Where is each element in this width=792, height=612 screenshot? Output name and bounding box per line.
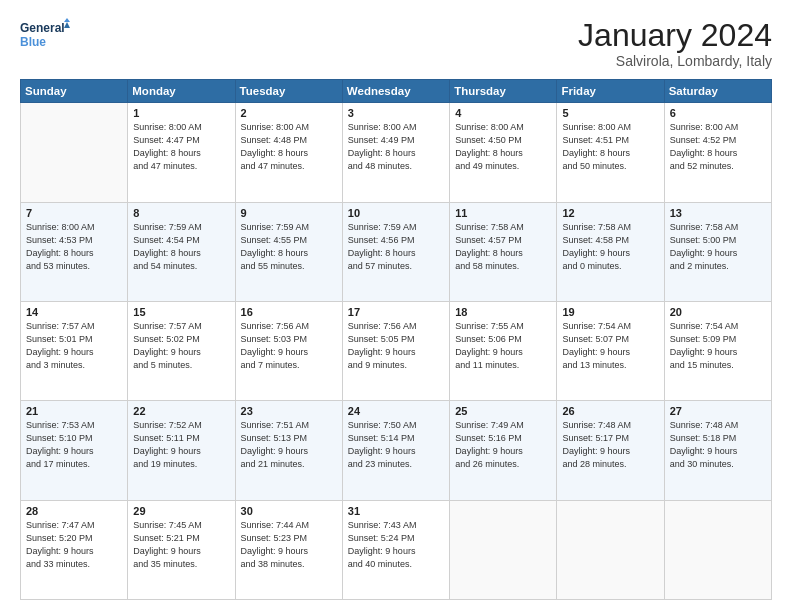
day-info: Sunrise: 7:54 AM Sunset: 5:09 PM Dayligh… (670, 320, 766, 372)
table-row: 4Sunrise: 8:00 AM Sunset: 4:50 PM Daylig… (450, 103, 557, 202)
table-row: 14Sunrise: 7:57 AM Sunset: 5:01 PM Dayli… (21, 301, 128, 400)
svg-text:General: General (20, 21, 65, 35)
day-info: Sunrise: 7:54 AM Sunset: 5:07 PM Dayligh… (562, 320, 658, 372)
day-number: 4 (455, 107, 551, 119)
day-info: Sunrise: 7:59 AM Sunset: 4:56 PM Dayligh… (348, 221, 444, 273)
day-info: Sunrise: 8:00 AM Sunset: 4:51 PM Dayligh… (562, 121, 658, 173)
svg-text:Blue: Blue (20, 35, 46, 49)
table-row: 26Sunrise: 7:48 AM Sunset: 5:17 PM Dayli… (557, 401, 664, 500)
col-sunday: Sunday (21, 80, 128, 103)
day-info: Sunrise: 7:53 AM Sunset: 5:10 PM Dayligh… (26, 419, 122, 471)
table-row: 16Sunrise: 7:56 AM Sunset: 5:03 PM Dayli… (235, 301, 342, 400)
table-row: 17Sunrise: 7:56 AM Sunset: 5:05 PM Dayli… (342, 301, 449, 400)
table-row: 28Sunrise: 7:47 AM Sunset: 5:20 PM Dayli… (21, 500, 128, 599)
table-row (450, 500, 557, 599)
day-number: 1 (133, 107, 229, 119)
svg-marker-3 (64, 22, 70, 28)
day-number: 20 (670, 306, 766, 318)
day-number: 25 (455, 405, 551, 417)
table-row: 21Sunrise: 7:53 AM Sunset: 5:10 PM Dayli… (21, 401, 128, 500)
col-friday: Friday (557, 80, 664, 103)
page: General Blue January 2024 Salvirola, Lom… (0, 0, 792, 612)
day-info: Sunrise: 8:00 AM Sunset: 4:50 PM Dayligh… (455, 121, 551, 173)
logo: General Blue (20, 18, 70, 54)
day-number: 6 (670, 107, 766, 119)
day-info: Sunrise: 7:48 AM Sunset: 5:17 PM Dayligh… (562, 419, 658, 471)
day-number: 31 (348, 505, 444, 517)
day-info: Sunrise: 7:52 AM Sunset: 5:11 PM Dayligh… (133, 419, 229, 471)
col-monday: Monday (128, 80, 235, 103)
week-row-3: 14Sunrise: 7:57 AM Sunset: 5:01 PM Dayli… (21, 301, 772, 400)
day-info: Sunrise: 7:58 AM Sunset: 5:00 PM Dayligh… (670, 221, 766, 273)
table-row (21, 103, 128, 202)
day-number: 16 (241, 306, 337, 318)
day-info: Sunrise: 7:59 AM Sunset: 4:55 PM Dayligh… (241, 221, 337, 273)
col-wednesday: Wednesday (342, 80, 449, 103)
table-row: 29Sunrise: 7:45 AM Sunset: 5:21 PM Dayli… (128, 500, 235, 599)
month-title: January 2024 (578, 18, 772, 53)
week-row-4: 21Sunrise: 7:53 AM Sunset: 5:10 PM Dayli… (21, 401, 772, 500)
day-number: 7 (26, 207, 122, 219)
table-row: 15Sunrise: 7:57 AM Sunset: 5:02 PM Dayli… (128, 301, 235, 400)
table-row: 20Sunrise: 7:54 AM Sunset: 5:09 PM Dayli… (664, 301, 771, 400)
table-row: 22Sunrise: 7:52 AM Sunset: 5:11 PM Dayli… (128, 401, 235, 500)
week-row-5: 28Sunrise: 7:47 AM Sunset: 5:20 PM Dayli… (21, 500, 772, 599)
day-number: 2 (241, 107, 337, 119)
day-info: Sunrise: 8:00 AM Sunset: 4:52 PM Dayligh… (670, 121, 766, 173)
day-info: Sunrise: 7:57 AM Sunset: 5:02 PM Dayligh… (133, 320, 229, 372)
day-info: Sunrise: 8:00 AM Sunset: 4:53 PM Dayligh… (26, 221, 122, 273)
table-row: 10Sunrise: 7:59 AM Sunset: 4:56 PM Dayli… (342, 202, 449, 301)
day-number: 23 (241, 405, 337, 417)
day-info: Sunrise: 7:56 AM Sunset: 5:05 PM Dayligh… (348, 320, 444, 372)
day-number: 5 (562, 107, 658, 119)
day-info: Sunrise: 7:47 AM Sunset: 5:20 PM Dayligh… (26, 519, 122, 571)
header: General Blue January 2024 Salvirola, Lom… (20, 18, 772, 69)
day-number: 9 (241, 207, 337, 219)
day-number: 19 (562, 306, 658, 318)
day-info: Sunrise: 8:00 AM Sunset: 4:47 PM Dayligh… (133, 121, 229, 173)
location: Salvirola, Lombardy, Italy (578, 53, 772, 69)
day-info: Sunrise: 7:57 AM Sunset: 5:01 PM Dayligh… (26, 320, 122, 372)
day-info: Sunrise: 7:43 AM Sunset: 5:24 PM Dayligh… (348, 519, 444, 571)
day-number: 24 (348, 405, 444, 417)
day-number: 17 (348, 306, 444, 318)
table-row: 3Sunrise: 8:00 AM Sunset: 4:49 PM Daylig… (342, 103, 449, 202)
day-number: 22 (133, 405, 229, 417)
day-number: 13 (670, 207, 766, 219)
day-number: 3 (348, 107, 444, 119)
table-row: 8Sunrise: 7:59 AM Sunset: 4:54 PM Daylig… (128, 202, 235, 301)
table-row: 19Sunrise: 7:54 AM Sunset: 5:07 PM Dayli… (557, 301, 664, 400)
table-row: 27Sunrise: 7:48 AM Sunset: 5:18 PM Dayli… (664, 401, 771, 500)
table-row: 25Sunrise: 7:49 AM Sunset: 5:16 PM Dayli… (450, 401, 557, 500)
day-number: 8 (133, 207, 229, 219)
day-number: 28 (26, 505, 122, 517)
day-info: Sunrise: 7:49 AM Sunset: 5:16 PM Dayligh… (455, 419, 551, 471)
day-info: Sunrise: 7:51 AM Sunset: 5:13 PM Dayligh… (241, 419, 337, 471)
col-thursday: Thursday (450, 80, 557, 103)
day-number: 21 (26, 405, 122, 417)
col-tuesday: Tuesday (235, 80, 342, 103)
day-info: Sunrise: 7:48 AM Sunset: 5:18 PM Dayligh… (670, 419, 766, 471)
table-row: 30Sunrise: 7:44 AM Sunset: 5:23 PM Dayli… (235, 500, 342, 599)
table-row: 1Sunrise: 8:00 AM Sunset: 4:47 PM Daylig… (128, 103, 235, 202)
day-info: Sunrise: 7:50 AM Sunset: 5:14 PM Dayligh… (348, 419, 444, 471)
day-number: 18 (455, 306, 551, 318)
table-row: 12Sunrise: 7:58 AM Sunset: 4:58 PM Dayli… (557, 202, 664, 301)
day-number: 30 (241, 505, 337, 517)
day-info: Sunrise: 7:44 AM Sunset: 5:23 PM Dayligh… (241, 519, 337, 571)
table-row (664, 500, 771, 599)
table-row: 13Sunrise: 7:58 AM Sunset: 5:00 PM Dayli… (664, 202, 771, 301)
day-number: 12 (562, 207, 658, 219)
title-block: January 2024 Salvirola, Lombardy, Italy (578, 18, 772, 69)
table-row: 2Sunrise: 8:00 AM Sunset: 4:48 PM Daylig… (235, 103, 342, 202)
header-row: Sunday Monday Tuesday Wednesday Thursday… (21, 80, 772, 103)
table-row (557, 500, 664, 599)
day-number: 11 (455, 207, 551, 219)
table-row: 18Sunrise: 7:55 AM Sunset: 5:06 PM Dayli… (450, 301, 557, 400)
table-row: 6Sunrise: 8:00 AM Sunset: 4:52 PM Daylig… (664, 103, 771, 202)
day-number: 26 (562, 405, 658, 417)
day-info: Sunrise: 7:58 AM Sunset: 4:57 PM Dayligh… (455, 221, 551, 273)
day-info: Sunrise: 7:55 AM Sunset: 5:06 PM Dayligh… (455, 320, 551, 372)
day-info: Sunrise: 8:00 AM Sunset: 4:48 PM Dayligh… (241, 121, 337, 173)
day-number: 29 (133, 505, 229, 517)
